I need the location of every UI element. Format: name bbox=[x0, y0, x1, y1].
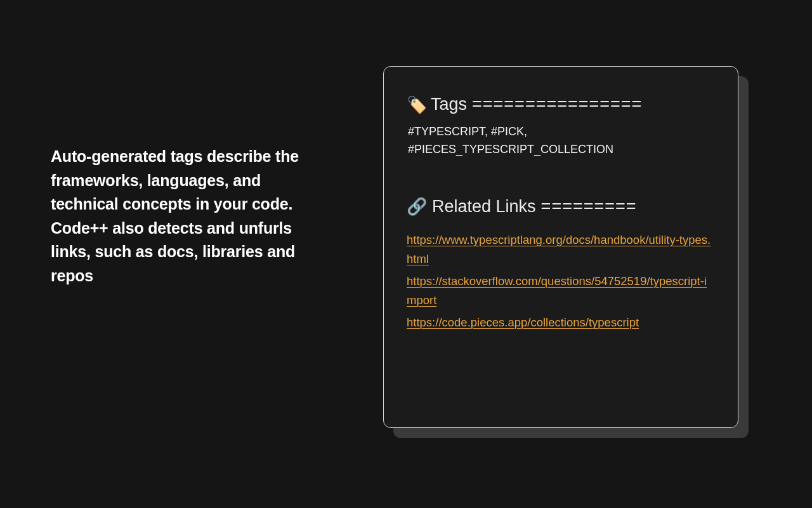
tags-section-header: 🏷️ Tags ================ bbox=[407, 95, 715, 114]
link-icon: 🔗 bbox=[407, 198, 427, 215]
links-header-fill: ========= bbox=[541, 197, 637, 217]
links-section-header: 🔗 Related Links ========= bbox=[407, 197, 715, 217]
feature-description: Auto-generated tags describe the framewo… bbox=[51, 145, 317, 288]
tags-list: #TYPESCRIPT, #PICK, #PIECES_TYPESCRIPT_C… bbox=[408, 123, 715, 159]
tags-header-fill: ================ bbox=[472, 95, 642, 114]
info-card: 🏷️ Tags ================ #TYPESCRIPT, #P… bbox=[383, 66, 738, 428]
links-title: Related Links bbox=[432, 197, 536, 217]
related-link[interactable]: https://code.pieces.app/collections/type… bbox=[407, 313, 715, 333]
related-link[interactable]: https://www.typescriptlang.org/docs/hand… bbox=[407, 231, 715, 269]
related-link[interactable]: https://stackoverflow.com/questions/5475… bbox=[407, 272, 715, 311]
links-list: https://www.typescriptlang.org/docs/hand… bbox=[407, 231, 715, 333]
tags-title: Tags bbox=[431, 95, 467, 114]
tag-icon: 🏷️ bbox=[407, 97, 427, 113]
